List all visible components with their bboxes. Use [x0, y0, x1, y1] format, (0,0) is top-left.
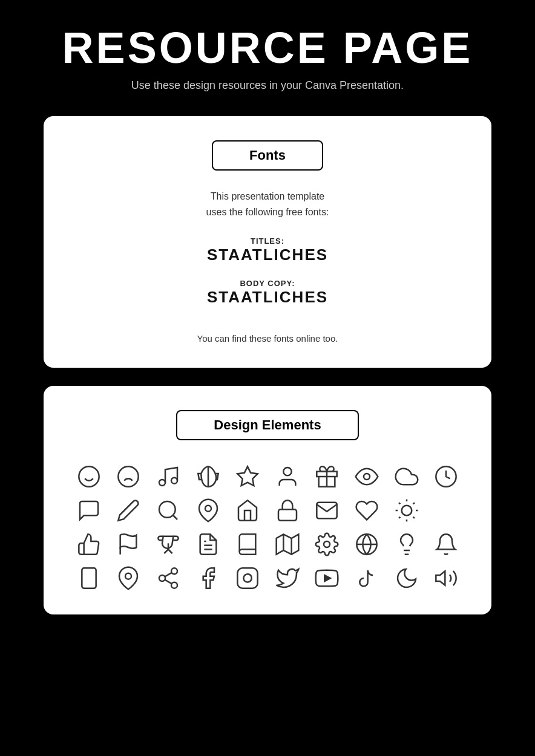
page-title: RESOURCE PAGE	[62, 24, 473, 72]
svg-rect-47	[238, 569, 258, 588]
body-label: BODY COPY:	[207, 279, 328, 288]
svg-point-44	[171, 582, 177, 588]
lock-icon	[272, 498, 303, 523]
svg-point-9	[283, 468, 291, 475]
fonts-card: Fonts This presentation template uses th…	[44, 116, 491, 368]
svg-point-18	[401, 506, 412, 516]
titles-label: TITLES:	[207, 236, 328, 246]
svg-rect-17	[278, 510, 297, 521]
star-icon	[232, 464, 263, 489]
moon-icon	[392, 566, 422, 590]
book-icon	[232, 532, 263, 556]
music-icon	[153, 464, 183, 489]
svg-point-3	[119, 467, 139, 487]
instagram-icon	[232, 566, 263, 590]
person-icon	[272, 464, 303, 489]
svg-point-42	[171, 569, 177, 575]
svg-point-16	[205, 506, 211, 512]
share-icon	[153, 566, 183, 590]
pencil-icon	[114, 498, 144, 523]
document-icon	[193, 532, 223, 556]
location-icon	[114, 566, 144, 590]
design-elements-card: Design Elements	[44, 386, 491, 614]
icons-grid	[74, 464, 461, 590]
svg-point-0	[79, 467, 99, 487]
smile-icon	[74, 464, 104, 489]
fonts-footer: You can find these fonts online too.	[197, 333, 338, 344]
page-header: RESOURCE PAGE Use these design resources…	[62, 24, 473, 92]
svg-point-12	[364, 474, 370, 480]
page-subtitle: Use these design resources in your Canva…	[62, 79, 473, 92]
fonts-description: This presentation template uses the foll…	[206, 189, 329, 220]
gift-icon	[312, 464, 343, 489]
home-icon	[232, 498, 263, 523]
svg-marker-8	[238, 467, 258, 486]
svg-point-7	[171, 478, 177, 484]
megaphone-icon	[431, 566, 461, 590]
pin-icon	[193, 498, 223, 523]
svg-point-34	[324, 541, 330, 547]
clock-icon	[431, 464, 461, 489]
titles-font: STAATLICHES	[207, 246, 328, 264]
mail-icon	[312, 498, 343, 523]
twitter-icon	[272, 566, 303, 590]
thumbsup-icon	[74, 532, 104, 556]
svg-marker-31	[276, 535, 298, 555]
phone-icon	[74, 566, 104, 590]
bulb-icon	[392, 532, 422, 556]
map-icon	[272, 532, 303, 556]
svg-line-21	[399, 503, 400, 504]
fonts-label: Fonts	[212, 140, 323, 171]
sun-icon	[392, 498, 422, 523]
design-elements-label: Design Elements	[176, 410, 358, 440]
rocket-icon	[193, 464, 223, 489]
gear-icon	[312, 532, 343, 556]
empty1-icon	[431, 498, 461, 523]
eye-icon	[352, 464, 382, 489]
svg-line-46	[165, 573, 171, 577]
titles-entry: TITLES: STAATLICHES	[207, 236, 328, 264]
body-entry: BODY COPY: STAATLICHES	[207, 279, 328, 307]
svg-point-43	[159, 575, 165, 581]
bell-icon	[431, 532, 461, 556]
svg-line-25	[399, 517, 400, 518]
tiktok-icon	[352, 566, 382, 590]
trophy-icon	[153, 532, 183, 556]
svg-point-41	[125, 573, 131, 579]
body-font: STAATLICHES	[207, 288, 328, 307]
heart-icon	[352, 498, 382, 523]
youtube-icon	[312, 566, 343, 590]
svg-line-45	[165, 580, 171, 584]
svg-rect-39	[82, 569, 96, 588]
search-icon	[153, 498, 183, 523]
chat-icon	[74, 498, 104, 523]
facebook-icon	[193, 566, 223, 590]
cloud-icon	[392, 464, 422, 489]
svg-marker-49	[325, 575, 331, 581]
globe-icon	[352, 532, 382, 556]
svg-marker-50	[436, 572, 445, 585]
svg-line-15	[173, 515, 177, 520]
svg-line-22	[413, 517, 414, 518]
svg-point-14	[159, 501, 176, 518]
svg-line-26	[413, 503, 414, 504]
frown-icon	[114, 464, 144, 489]
flag-icon	[114, 532, 144, 556]
svg-point-6	[159, 480, 165, 486]
